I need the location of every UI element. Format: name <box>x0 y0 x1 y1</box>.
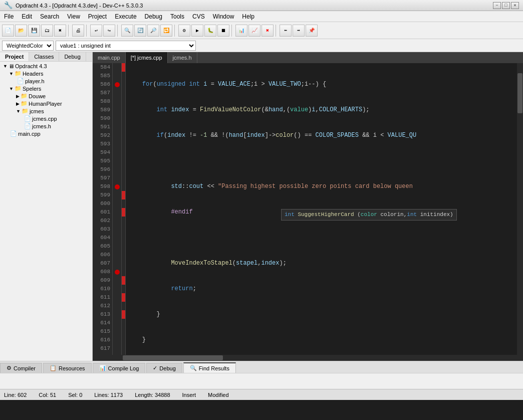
app-icon: 🔧 <box>4 1 13 10</box>
sep3 <box>117 25 119 37</box>
undo-btn[interactable]: ↩ <box>90 25 102 37</box>
sep5 <box>231 25 233 37</box>
bottom-tabs: ⚙ Compiler 📋 Resources 📊 Compile Log ✓ D… <box>0 361 523 373</box>
dropdown-bar: WeightedColor value1 : unsigned int <box>0 39 523 52</box>
save-all-btn[interactable]: 🗂 <box>41 25 53 37</box>
sep6 <box>276 25 278 37</box>
status-modified: Modified <box>208 392 229 398</box>
debug-icon: ✓ <box>153 365 157 371</box>
menu-view[interactable]: View <box>63 11 84 22</box>
red-marker-column <box>122 63 126 355</box>
run-btn[interactable]: ▶ <box>191 25 203 37</box>
vertical-scrollbar[interactable] <box>517 63 523 355</box>
status-length: Length: 34888 <box>135 392 170 398</box>
status-lines: Lines: 1173 <box>94 392 123 398</box>
tree-douwe[interactable]: ▶ 📁 Douwe <box>1 92 91 100</box>
close-button[interactable]: ✕ <box>511 2 519 9</box>
menu-tools[interactable]: Tools <box>166 11 188 22</box>
project-label: Opdracht 4.3 <box>15 63 47 69</box>
editor-area: main.cpp [*] jcmes.cpp jcmes.h 584 585 5… <box>93 52 523 361</box>
new-btn[interactable]: 📄 <box>2 25 14 37</box>
find-btn[interactable]: 🔍 <box>121 25 133 37</box>
maximize-button[interactable]: □ <box>502 2 510 9</box>
toolbar: 📄 📂 💾 🗂 ✖ 🖨 ↩ ↪ 🔍 🔄 🔎 🔁 ⚙ ▶ 🐛 ⏹ 📊 📈 ✖ ⬅ … <box>0 22 523 39</box>
maincpp-label: main.cpp <box>18 131 41 137</box>
tab-debug[interactable]: ✓ Debug <box>146 363 182 373</box>
tab-jcmesh[interactable]: jcmes.h <box>168 52 197 63</box>
menu-window[interactable]: Window <box>209 11 238 22</box>
print-btn[interactable]: 🖨 <box>72 25 84 37</box>
line-numbers: 584 585 586 587 588 589 590 591 592 593 … <box>93 63 113 355</box>
menu-file[interactable]: File <box>0 11 18 22</box>
close-btn[interactable]: ✖ <box>54 25 66 37</box>
project-toggle[interactable]: ▼ <box>3 64 8 69</box>
compilelog-icon: 📊 <box>99 365 106 371</box>
tree-maincpp[interactable]: 📄 main.cpp <box>1 130 91 137</box>
horizontal-scrollbar[interactable] <box>93 355 523 361</box>
error-btn[interactable]: ✖ <box>262 25 274 37</box>
resources-icon: 📋 <box>50 365 57 371</box>
minimize-button[interactable]: − <box>493 2 501 9</box>
menu-debug[interactable]: Debug <box>141 11 166 22</box>
tab-jcmescpp[interactable]: [*] jcmes.cpp <box>126 52 168 63</box>
tab-resources[interactable]: 📋 Resources <box>43 363 92 373</box>
tab-findresults[interactable]: 🔍 Find Results <box>183 362 236 373</box>
tree-jcmescpp[interactable]: 📄 jcmes.cpp <box>1 115 91 122</box>
compiler-label: Compiler <box>14 365 36 371</box>
tab-compilelog[interactable]: 📊 Compile Log <box>93 363 146 373</box>
menu-search[interactable]: Search <box>36 11 63 22</box>
compiler-icon: ⚙ <box>7 365 12 371</box>
playerh-label: player.h <box>25 78 45 84</box>
redo-btn[interactable]: ↪ <box>103 25 115 37</box>
menu-project[interactable]: Project <box>84 11 111 22</box>
sep1 <box>68 25 70 37</box>
findresults-icon: 🔍 <box>190 365 197 371</box>
humanplayer-label: HumanPlayer <box>29 101 62 107</box>
tab-debug[interactable]: Debug <box>59 52 86 61</box>
tree-spelers[interactable]: ▼ 📁 Spelers <box>1 85 91 92</box>
menu-cvs[interactable]: CVS <box>188 11 209 22</box>
bookmark2-btn[interactable]: ➡ <box>293 25 305 37</box>
tree-playerh[interactable]: 📄 player.h <box>1 77 91 85</box>
compile-btn[interactable]: ⚙ <box>178 25 190 37</box>
findresults-label: Find Results <box>199 365 229 371</box>
find2-btn[interactable]: 🔎 <box>147 25 159 37</box>
menu-help[interactable]: Help <box>238 11 258 22</box>
title-text: Opdracht 4.3 - [Opdracht 4.3.dev] - Dev-… <box>16 3 143 9</box>
class-dropdown[interactable]: WeightedColor <box>2 41 54 51</box>
debug-btn[interactable]: 🐛 <box>204 25 216 37</box>
tab-project[interactable]: Project <box>0 52 29 61</box>
headers-label: Headers <box>23 71 44 77</box>
tab-classes[interactable]: Classes <box>29 52 59 61</box>
menu-execute[interactable]: Execute <box>111 11 140 22</box>
code-editor[interactable]: for(unsigned int i = VALUE_ACE;i > VALUE… <box>126 63 517 355</box>
spelers-label: Spelers <box>23 86 41 92</box>
bookmark3-btn[interactable]: 📌 <box>306 25 318 37</box>
tree-project[interactable]: ▼ 🖥 Opdracht 4.3 <box>1 63 91 70</box>
tree-headers[interactable]: ▼ 📁 Headers <box>1 70 91 77</box>
status-col: Col: 51 <box>39 392 56 398</box>
replace2-btn[interactable]: 🔁 <box>160 25 172 37</box>
chart-btn[interactable]: 📈 <box>248 25 260 37</box>
status-sel: Sel: 0 <box>68 392 82 398</box>
debug-label: Debug <box>159 365 175 371</box>
open-btn[interactable]: 📂 <box>15 25 27 37</box>
sep2 <box>86 25 88 37</box>
tab-maincpp[interactable]: main.cpp <box>93 52 126 63</box>
compilelog-label: Compile Log <box>108 365 139 371</box>
stop-btn[interactable]: ⏹ <box>217 25 229 37</box>
save-btn[interactable]: 💾 <box>28 25 40 37</box>
status-line: Line: 602 <box>4 392 27 398</box>
member-dropdown[interactable]: value1 : unsigned int <box>56 41 196 51</box>
tree-jcmes[interactable]: ▼ 📁 jcmes <box>1 107 91 115</box>
replace-btn[interactable]: 🔄 <box>134 25 146 37</box>
bookmark-btn[interactable]: ⬅ <box>280 25 292 37</box>
editor-tabs: main.cpp [*] jcmes.cpp jcmes.h <box>93 52 523 63</box>
tree-jcmesh[interactable]: 📄 jcmes.h <box>1 122 91 130</box>
tab-compiler[interactable]: ⚙ Compiler <box>0 363 42 373</box>
douwe-label: Douwe <box>29 93 46 99</box>
tree-humanplayer[interactable]: ▶ 📁 HumanPlayer <box>1 100 91 107</box>
sidebar: Project Classes Debug ▼ 🖥 Opdracht 4.3 ▼… <box>0 52 93 361</box>
menu-edit[interactable]: Edit <box>18 11 36 22</box>
profile-btn[interactable]: 📊 <box>235 25 247 37</box>
